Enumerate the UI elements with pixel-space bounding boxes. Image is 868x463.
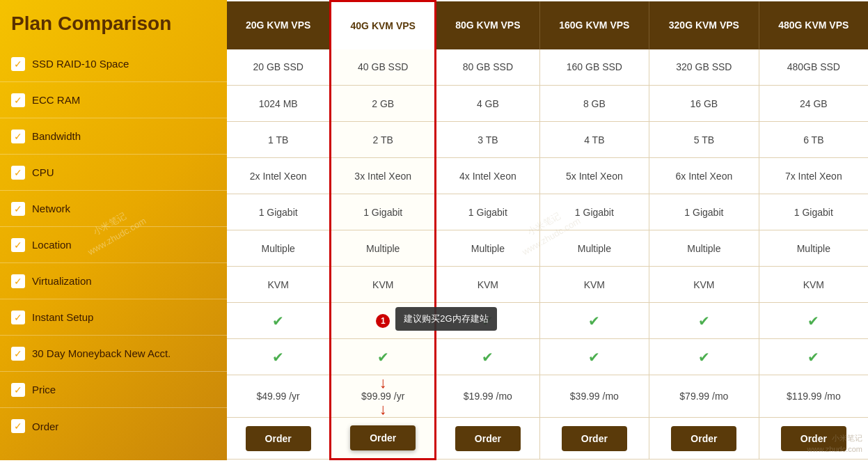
cell-loc-80g: Multiple <box>436 230 539 267</box>
order-button-20g[interactable]: Order <box>246 426 311 451</box>
table-row-price: $49.99 /yr ↓ $99.99 /yr ↓ $19.99 /mo $39… <box>227 375 868 418</box>
price-arrow-wrapper: ↓ $99.99 /yr ↓ <box>337 375 429 417</box>
sidebar-item-ram: ✓ ECC RAM <box>0 82 227 118</box>
plan-comparison-page: Plan Comparison 小米笔记 www.zhudc.com ✓ SSD… <box>0 0 868 460</box>
comparison-table: 20G KVM VPS 40G KVM VPS 80G KVM VPS 160G… <box>227 0 868 460</box>
cell-ssd-320g: 320 GB SSD <box>649 49 759 86</box>
check-icon: ✔ <box>807 313 819 329</box>
cell-ssd-40g: 40 GB SSD <box>331 49 436 86</box>
cell-cpu-80g: 4x Intel Xeon <box>436 158 539 194</box>
col-header-20g: 20G KVM VPS <box>227 1 331 49</box>
bottom-watermark: 小米笔记 www.zhudc.com <box>807 433 862 455</box>
cell-order-80g: Order <box>436 418 539 460</box>
sidebar-label-price: Price <box>32 384 56 395</box>
check-icon: ✔ <box>377 350 389 365</box>
sidebar-label-moneyback: 30 Day Moneyback New Acct. <box>32 347 171 359</box>
order-button-40g[interactable]: Order <box>350 425 416 450</box>
table-container: 小米笔记 www.zhudc.com 20G KVM VPS 40G KVM V… <box>227 0 868 460</box>
sidebar-item-location: ✓ Location <box>0 227 227 263</box>
cell-setup-40g: 1 建议购买2G内存建站 <box>331 303 436 339</box>
cell-bw-80g: 3 TB <box>436 122 539 158</box>
checkbox-icon: ✓ <box>11 57 25 71</box>
tooltip-box: 建议购买2G内存建站 <box>395 307 496 331</box>
check-icon: ✔ <box>272 350 284 365</box>
cell-virt-480g: KVM <box>759 267 868 303</box>
checkbox-icon: ✓ <box>11 93 25 107</box>
cell-bw-40g: 2 TB <box>331 122 436 158</box>
cell-order-40g: Order <box>331 418 436 460</box>
sidebar-label-ram: ECC RAM <box>32 94 80 106</box>
checkbox-icon: ✓ <box>11 311 25 324</box>
cell-loc-40g: Multiple <box>331 230 436 267</box>
order-button-320g[interactable]: Order <box>671 426 736 451</box>
cell-net-160g: 1 Gigabit <box>539 194 649 230</box>
sidebar-item-bandwidth: ✓ Bandwidth <box>0 118 227 155</box>
cell-price-480g: $119.99 /mo <box>759 375 868 418</box>
table-row-cpu: 2x Intel Xeon 3x Intel Xeon 4x Intel Xeo… <box>227 158 868 194</box>
cell-mb-20g: ✔ <box>227 339 331 375</box>
cell-ram-20g: 1024 MB <box>227 86 331 122</box>
cell-cpu-480g: 7x Intel Xeon <box>759 158 868 194</box>
col-header-480g: 480G KVM VPS <box>759 1 868 49</box>
arrow-down-icon-2: ↓ <box>379 402 387 417</box>
sidebar-item-cpu: ✓ CPU <box>0 155 227 191</box>
comparison-table-area: 小米笔记 www.zhudc.com 20G KVM VPS 40G KVM V… <box>227 0 868 460</box>
table-header-row: 20G KVM VPS 40G KVM VPS 80G KVM VPS 160G… <box>227 1 868 49</box>
checkbox-icon: ✓ <box>11 166 25 180</box>
check-icon: ✔ <box>807 350 819 365</box>
arrow-down-icon: ↓ <box>379 375 387 391</box>
cell-ram-320g: 16 GB <box>649 86 759 122</box>
col-header-320g: 320G KVM VPS <box>649 1 759 49</box>
sidebar-label-bandwidth: Bandwidth <box>32 130 81 142</box>
checkbox-icon: ✓ <box>11 130 25 143</box>
sidebar-item-moneyback: ✓ 30 Day Moneyback New Acct. <box>0 336 227 372</box>
tooltip-badge[interactable]: 1 <box>376 314 390 328</box>
col-header-40g: 40G KVM VPS <box>331 1 436 49</box>
table-row-ssd: 20 GB SSD 40 GB SSD 80 GB SSD 160 GB SSD… <box>227 49 868 86</box>
cell-mb-480g: ✔ <box>759 339 868 375</box>
cell-mb-40g: ✔ <box>331 339 436 375</box>
cell-setup-320g: ✔ <box>649 303 759 339</box>
cell-mb-80g: ✔ <box>436 339 539 375</box>
checkbox-icon: ✓ <box>11 202 25 216</box>
cell-price-160g: $39.99 /mo <box>539 375 649 418</box>
check-icon: ✔ <box>588 313 600 329</box>
cell-net-480g: 1 Gigabit <box>759 194 868 230</box>
cell-net-20g: 1 Gigabit <box>227 194 331 230</box>
cell-virt-80g: KVM <box>436 267 539 303</box>
cell-virt-40g: KVM <box>331 267 436 303</box>
cell-setup-20g: ✔ <box>227 303 331 339</box>
check-icon: ✔ <box>588 350 600 365</box>
cell-price-320g: $79.99 /mo <box>649 375 759 418</box>
checkbox-icon: ✓ <box>11 274 25 288</box>
tooltip-wrapper: 1 建议购买2G内存建站 <box>376 314 390 328</box>
sidebar-item-network: ✓ Network <box>0 191 227 227</box>
cell-setup-160g: ✔ <box>539 303 649 339</box>
table-row-ram: 1024 MB 2 GB 4 GB 8 GB 16 GB 24 GB <box>227 86 868 122</box>
checkbox-icon: ✓ <box>11 419 25 433</box>
sidebar-item-ssd: ✓ SSD RAID-10 Space <box>0 46 227 82</box>
cell-ram-480g: 24 GB <box>759 86 868 122</box>
sidebar-label-location: Location <box>32 239 72 251</box>
check-icon: ✔ <box>698 350 710 365</box>
cell-price-80g: $19.99 /mo <box>436 375 539 418</box>
order-button-80g[interactable]: Order <box>455 426 521 451</box>
cell-net-40g: 1 Gigabit <box>331 194 436 230</box>
page-title: Plan Comparison <box>0 0 227 46</box>
cell-virt-160g: KVM <box>539 267 649 303</box>
table-row-network: 1 Gigabit 1 Gigabit 1 Gigabit 1 Gigabit … <box>227 194 868 230</box>
table-row-moneyback: ✔ ✔ ✔ ✔ ✔ ✔ <box>227 339 868 375</box>
cell-ssd-20g: 20 GB SSD <box>227 49 331 86</box>
order-button-160g[interactable]: Order <box>562 426 627 451</box>
sidebar-label-network: Network <box>32 203 70 214</box>
cell-bw-20g: 1 TB <box>227 122 331 158</box>
cell-ram-160g: 8 GB <box>539 86 649 122</box>
cell-mb-320g: ✔ <box>649 339 759 375</box>
sidebar-label-ssd: SSD RAID-10 Space <box>32 58 129 70</box>
cell-order-320g: Order <box>649 418 759 460</box>
sidebar: Plan Comparison 小米笔记 www.zhudc.com ✓ SSD… <box>0 0 227 460</box>
cell-ssd-480g: 480GB SSD <box>759 49 868 86</box>
cell-mb-160g: ✔ <box>539 339 649 375</box>
cell-ssd-160g: 160 GB SSD <box>539 49 649 86</box>
table-row-instant-setup: ✔ 1 建议购买2G内存建站 ✔ ✔ ✔ ✔ <box>227 303 868 339</box>
